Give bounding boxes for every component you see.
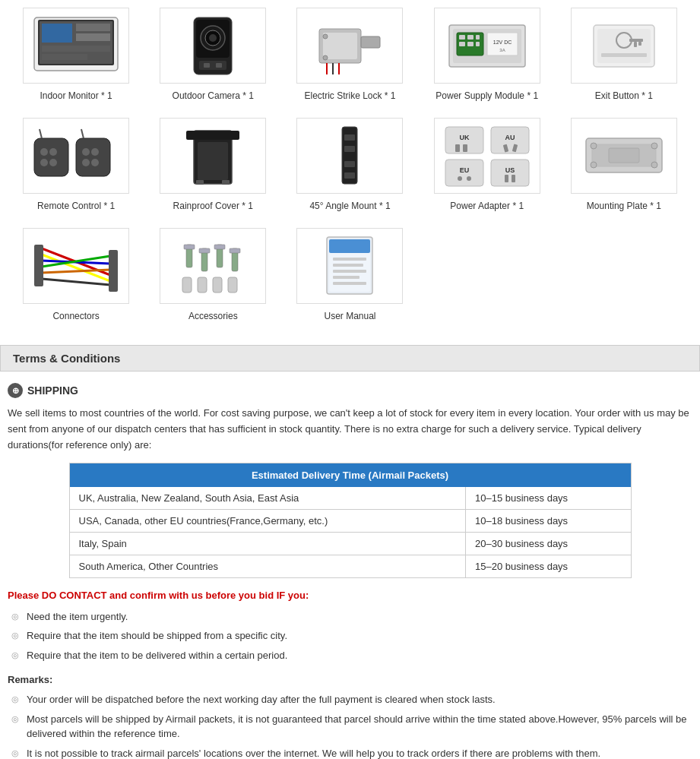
shipping-icon: ⊕ — [8, 383, 23, 398]
svg-rect-37 — [597, 29, 651, 63]
outdoor-camera-label: Outdoor Camera * 1 — [173, 90, 254, 103]
indoor-monitor-label: Indoor Monitor * 1 — [40, 90, 112, 103]
svg-rect-57 — [198, 142, 228, 180]
svg-rect-17 — [323, 33, 357, 59]
terms-body: ⊕ SHIPPING We sell items to most countri… — [0, 372, 700, 759]
svg-point-51 — [82, 159, 90, 166]
power-supply-label: Power Supply Module * 1 — [436, 90, 538, 103]
product-grid-row1: Indoor Monitor * 1 Outdoor Camera * 1 — [0, 0, 700, 110]
svg-point-75 — [458, 176, 462, 181]
svg-rect-13 — [199, 61, 226, 70]
product-angle-mount: 45° Angle Mount * 1 — [281, 110, 418, 220]
svg-rect-104 — [182, 277, 192, 293]
exit-button-label: Exit Button * 1 — [595, 90, 653, 103]
angle-mount-label: 45° Angle Mount * 1 — [309, 200, 390, 213]
product-power-supply: 12V DC 3A Power Supply Module * 1 — [419, 0, 556, 110]
svg-rect-6 — [42, 46, 110, 52]
delivery-time: 10–18 business days — [465, 509, 631, 532]
svg-point-52 — [91, 159, 99, 166]
svg-rect-106 — [213, 277, 222, 293]
delivery-row: Italy, Spain20–30 business days — [69, 532, 631, 555]
svg-rect-80 — [512, 175, 515, 182]
product-exit-button: Exit Button * 1 — [556, 0, 692, 110]
svg-point-85 — [591, 162, 597, 168]
svg-line-53 — [40, 129, 42, 138]
svg-point-76 — [467, 176, 471, 181]
svg-point-84 — [651, 143, 657, 149]
product-rainproof-cover: Rainproof Cover * 1 — [144, 110, 281, 220]
delivery-row: USA, Canada, other EU countries(France,G… — [69, 509, 631, 532]
svg-rect-7 — [42, 54, 87, 60]
svg-rect-56 — [186, 131, 239, 140]
contact-bullets: Need the item urgently.Require that the … — [8, 607, 692, 666]
mounting-plate-label: Mounting Plate * 1 — [587, 200, 661, 213]
svg-rect-61 — [344, 134, 355, 141]
svg-rect-32 — [476, 42, 480, 46]
terms-section: Terms & Conditions ⊕ SHIPPING We sell it… — [0, 345, 700, 759]
product-outdoor-camera: Outdoor Camera * 1 — [144, 0, 281, 110]
svg-rect-15 — [216, 63, 222, 68]
svg-rect-40 — [638, 42, 641, 46]
delivery-region: South America, Other Countries — [69, 555, 465, 577]
angle-mount-image — [296, 118, 403, 194]
connectors-image — [23, 228, 129, 304]
power-adapter-label: Power Adapter * 1 — [450, 200, 524, 213]
delivery-time: 10–15 business days — [465, 487, 631, 510]
product-grid-row2: Remote Control * 1 Rainproof Cover * 1 — [0, 110, 700, 220]
svg-rect-44 — [76, 138, 110, 176]
svg-rect-3 — [42, 24, 72, 43]
svg-point-48 — [49, 159, 57, 166]
svg-rect-103 — [230, 248, 240, 253]
remarks-bullet: It is not possible to track airmail parc… — [11, 744, 692, 759]
svg-rect-62 — [344, 146, 355, 152]
connectors-label: Connectors — [52, 310, 99, 323]
delivery-row: South America, Other Countries15–20 busi… — [69, 555, 631, 577]
svg-rect-113 — [333, 270, 366, 273]
svg-rect-28 — [467, 35, 474, 40]
delivery-region: UK, Australia, New Zealand, South Asia, … — [69, 487, 465, 510]
svg-text:US: US — [505, 166, 515, 174]
svg-rect-94 — [34, 245, 43, 286]
svg-rect-5 — [76, 33, 110, 41]
svg-rect-99 — [199, 248, 210, 253]
svg-text:UK: UK — [459, 134, 469, 141]
terms-header: Terms & Conditions — [0, 345, 700, 372]
svg-rect-41 — [634, 42, 637, 47]
accessories-label: Accessories — [188, 310, 238, 323]
contact-text: Please DO CONTACT and confirm with us be… — [8, 590, 692, 601]
svg-rect-43 — [34, 138, 68, 176]
svg-point-23 — [323, 55, 328, 60]
exit-button-image — [571, 8, 677, 84]
svg-text:12V DC: 12V DC — [493, 40, 512, 45]
svg-rect-63 — [344, 161, 355, 167]
svg-point-86 — [651, 162, 657, 168]
shipping-title-text: SHIPPING — [27, 384, 78, 397]
user-manual-label: User Manual — [324, 310, 375, 323]
svg-rect-101 — [214, 245, 225, 249]
shipping-intro: We sell items to most countries of the w… — [8, 406, 692, 453]
svg-point-45 — [40, 148, 48, 156]
svg-rect-114 — [333, 276, 360, 279]
product-indoor-monitor: Indoor Monitor * 1 — [8, 0, 144, 110]
shipping-title-row: ⊕ SHIPPING — [8, 383, 692, 398]
svg-rect-39 — [629, 39, 643, 42]
svg-point-83 — [591, 143, 597, 149]
product-electric-strike: Electric Strike Lock * 1 — [281, 0, 418, 110]
remote-control-image — [23, 118, 129, 194]
svg-line-54 — [81, 129, 84, 138]
svg-point-49 — [82, 148, 90, 156]
svg-rect-115 — [333, 282, 366, 285]
product-accessories: Accessories — [144, 220, 281, 330]
product-user-manual: User Manual — [281, 220, 418, 330]
remarks-label: Remarks: — [8, 674, 692, 685]
empty-cell-1 — [419, 220, 556, 330]
product-remote-control: Remote Control * 1 — [8, 110, 144, 220]
electric-strike-image — [296, 8, 403, 84]
delivery-time: 20–30 business days — [465, 532, 631, 555]
svg-rect-27 — [459, 35, 465, 40]
svg-text:3A: 3A — [499, 48, 505, 52]
delivery-table-header: Estimated Delivery Time (Airmail Packets… — [69, 463, 631, 487]
user-manual-image — [296, 228, 403, 304]
svg-line-93 — [42, 279, 110, 285]
svg-point-22 — [323, 34, 328, 39]
